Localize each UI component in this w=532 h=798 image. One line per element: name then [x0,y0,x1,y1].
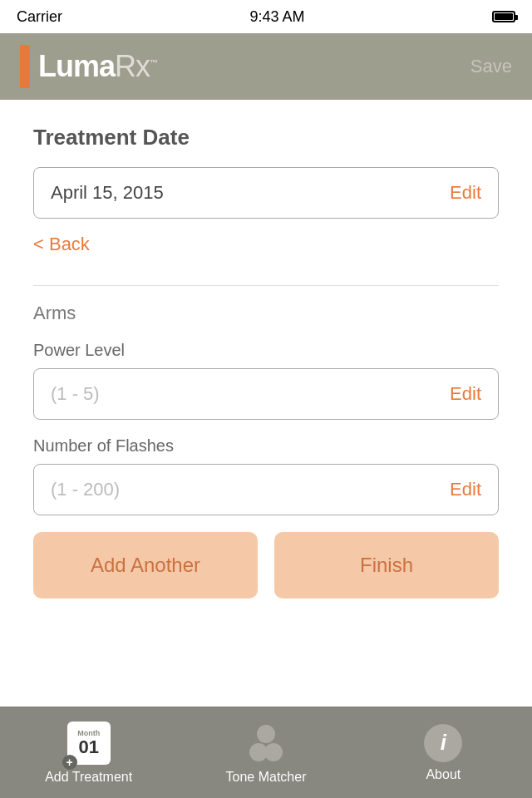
flashes-placeholder: (1 - 200) [51,479,120,500]
body-part-label: Arms [33,303,499,324]
tone-circles [248,725,284,761]
main-content: Treatment Date April 15, 2015 Edit < Bac… [0,100,532,623]
tone-circle-top [257,725,275,743]
tab-add-treatment-label: Add Treatment [45,770,132,785]
add-treatment-calendar-icon: Month 01 + [67,722,111,765]
about-info-icon: i [424,724,462,762]
action-buttons: Add Another Finish [33,532,499,598]
battery-container [492,11,515,22]
time-label: 9:43 AM [249,8,304,26]
power-level-label: Power Level [33,341,499,360]
status-bar: Carrier 9:43 AM [0,0,532,33]
power-level-placeholder: (1 - 5) [51,383,100,405]
tab-tone-matcher[interactable]: Tone Matcher [177,722,354,785]
save-button[interactable]: Save [470,56,512,77]
tab-about-label: About [426,767,461,782]
app-header: LumaRx™ Save [0,33,532,100]
tone-matcher-icon [244,722,288,765]
date-field: April 15, 2015 Edit [33,167,499,219]
logo-text: LumaRx™ [38,49,157,84]
date-value: April 15, 2015 [51,182,164,204]
tab-tone-matcher-label: Tone Matcher [226,770,307,785]
treatment-date-section-label: Treatment Date [33,125,499,150]
tone-circle-bottom-right [264,743,283,761]
flashes-edit-button[interactable]: Edit [450,479,481,500]
plus-badge-icon: + [62,755,77,770]
carrier-label: Carrier [17,8,62,26]
flashes-field: (1 - 200) Edit [33,464,499,515]
section-divider [33,285,499,286]
back-link[interactable]: < Back [33,234,90,255]
tab-bar: Month 01 + Add Treatment Tone Matcher i … [0,707,532,798]
flashes-label: Number of Flashes [33,436,499,456]
battery-icon [492,11,515,22]
add-another-button[interactable]: Add Another [33,532,258,598]
power-level-edit-button[interactable]: Edit [450,383,481,405]
power-level-field: (1 - 5) Edit [33,368,499,420]
logo: LumaRx™ [20,45,157,88]
calendar-day-number: 01 [78,738,98,756]
finish-button[interactable]: Finish [274,532,499,598]
tab-about[interactable]: i About [355,724,532,782]
logo-orange-bar [20,45,30,88]
date-edit-button[interactable]: Edit [450,182,481,204]
tab-add-treatment[interactable]: Month 01 + Add Treatment [0,722,177,785]
